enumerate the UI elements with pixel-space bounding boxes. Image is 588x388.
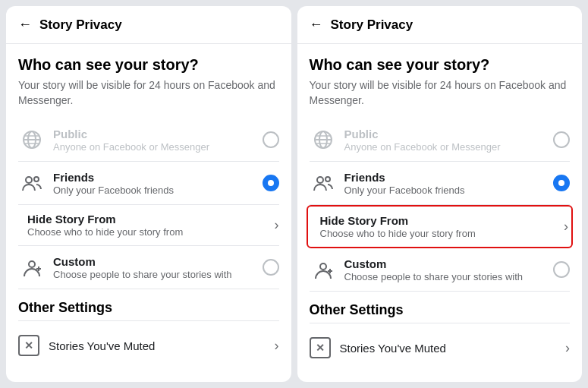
other-settings-title: Other Settings — [310, 302, 571, 323]
option-text-wrap: Hide Story FromChoose who to hide your s… — [27, 213, 275, 238]
option-label: Custom — [344, 257, 554, 270]
globe-icon — [310, 126, 337, 153]
option-text-wrap: CustomChoose people to share your storie… — [344, 257, 554, 282]
friends-icon — [310, 169, 337, 197]
option-public[interactable]: PublicAnyone on Facebook or Messenger — [310, 118, 571, 162]
radio-button[interactable] — [553, 131, 570, 148]
option-text-wrap: FriendsOnly your Facebook friends — [53, 171, 263, 196]
radio-button[interactable] — [263, 259, 279, 276]
option-text-wrap: PublicAnyone on Facebook or Messenger — [344, 128, 554, 153]
back-button[interactable]: ← — [310, 17, 323, 33]
settings-item-label: Stories You've Muted — [49, 339, 275, 352]
option-sublabel: Anyone on Facebook or Messenger — [344, 141, 554, 153]
option-label: Public — [53, 128, 263, 140]
panel-header-right: ←Story Privacy — [297, 6, 583, 44]
option-sublabel: Only your Facebook friends — [53, 185, 263, 196]
panel-right: ←Story PrivacyWho can see your story?You… — [297, 6, 583, 382]
option-label: Hide Story From — [27, 213, 275, 226]
app-container: ←Story PrivacyWho can see your story?You… — [0, 0, 588, 388]
radio-button[interactable] — [263, 175, 279, 191]
option-custom[interactable]: CustomChoose people to share your storie… — [310, 248, 571, 292]
option-label: Friends — [344, 171, 554, 184]
chevron-right-icon: › — [275, 338, 279, 354]
option-text-wrap: PublicAnyone on Facebook or Messenger — [53, 128, 263, 153]
option-friends[interactable]: FriendsOnly your Facebook friends — [310, 162, 571, 205]
muted-x-icon: ✕ — [18, 335, 39, 356]
radio-button[interactable] — [553, 175, 570, 191]
custom-icon — [18, 254, 46, 281]
option-text-wrap: Hide Story FromChoose who to hide your s… — [320, 214, 564, 239]
option-friends[interactable]: FriendsOnly your Facebook friends — [18, 162, 279, 205]
option-text-wrap: FriendsOnly your Facebook friends — [344, 171, 554, 196]
settings-item-stories-muted[interactable]: ✕Stories You've Muted› — [18, 327, 279, 364]
section-description: Your story will be visible for 24 hours … — [310, 78, 571, 108]
svg-point-15 — [317, 177, 323, 183]
section-title: Who can see your story? — [18, 56, 279, 74]
option-sublabel: Choose people to share your stories with — [53, 269, 263, 280]
option-public[interactable]: PublicAnyone on Facebook or Messenger — [18, 118, 279, 162]
chevron-right-icon: › — [565, 340, 570, 356]
section-title: Who can see your story? — [310, 56, 571, 74]
option-label: Hide Story From — [320, 214, 564, 227]
panel-title: Story Privacy — [331, 17, 413, 33]
radio-button[interactable] — [553, 261, 570, 278]
panel-left: ←Story PrivacyWho can see your story?You… — [6, 6, 291, 382]
option-sublabel: Choose who to hide your story from — [27, 226, 275, 238]
custom-icon — [310, 256, 337, 283]
option-sublabel: Anyone on Facebook or Messenger — [53, 141, 263, 153]
option-label: Friends — [53, 171, 263, 184]
globe-icon — [18, 126, 46, 153]
option-sublabel: Choose people to share your stories with — [344, 271, 554, 282]
svg-point-6 — [34, 177, 39, 181]
panel-header-left: ←Story Privacy — [6, 6, 291, 44]
panel-body: Who can see your story?Your story will b… — [297, 44, 583, 378]
chevron-right-icon: › — [275, 217, 279, 233]
settings-item-stories-muted[interactable]: ✕Stories You've Muted› — [310, 330, 571, 366]
svg-point-17 — [320, 263, 326, 270]
panel-title: Story Privacy — [39, 17, 122, 33]
muted-x-icon: ✕ — [310, 337, 331, 358]
option-hide-story-from[interactable]: Hide Story FromChoose who to hide your s… — [307, 205, 574, 248]
option-label: Custom — [53, 255, 263, 268]
svg-point-16 — [325, 177, 330, 181]
option-sublabel: Choose who to hide your story from — [320, 228, 564, 239]
option-hide-story-from[interactable]: Hide Story FromChoose who to hide your s… — [18, 205, 279, 246]
chevron-right-icon: › — [564, 219, 568, 235]
other-settings-title: Other Settings — [18, 300, 279, 321]
friends-icon — [18, 169, 46, 197]
settings-item-label: Stories You've Muted — [340, 342, 566, 355]
section-description: Your story will be visible for 24 hours … — [18, 78, 279, 108]
back-button[interactable]: ← — [18, 17, 32, 33]
svg-point-5 — [26, 177, 32, 183]
option-sublabel: Only your Facebook friends — [344, 185, 554, 196]
svg-point-7 — [29, 261, 35, 267]
radio-button[interactable] — [263, 131, 279, 148]
option-text-wrap: CustomChoose people to share your storie… — [53, 255, 263, 280]
option-label: Public — [344, 128, 554, 140]
panel-body: Who can see your story?Your story will b… — [6, 44, 291, 376]
option-custom[interactable]: CustomChoose people to share your storie… — [18, 246, 279, 289]
